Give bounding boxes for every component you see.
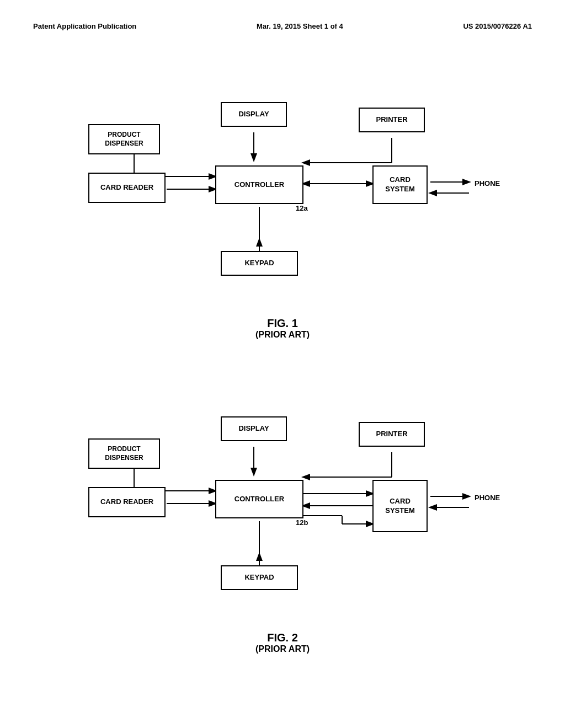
fig2-section: PRODUCT DISPENSER DISPLAY PRINTER CARD R…: [33, 361, 532, 659]
header-right: US 2015/0076226 A1: [463, 22, 532, 30]
fig2-title: FIG. 2: [33, 631, 532, 644]
fig2-subtitle: (PRIOR ART): [33, 644, 532, 654]
fig2-card-reader: CARD READER: [88, 487, 166, 517]
fig1-controller: CONTROLLER: [215, 165, 303, 204]
header-center: Mar. 19, 2015 Sheet 1 of 4: [257, 22, 343, 30]
fig2-phone: PHONE: [475, 494, 500, 502]
fig1-printer: PRINTER: [359, 108, 425, 132]
fig1-product-dispenser: PRODUCT DISPENSER: [88, 124, 160, 154]
fig1-card-reader: CARD READER: [88, 173, 166, 203]
fig2-display: DISPLAY: [221, 416, 287, 441]
fig2-caption: FIG. 2 (PRIOR ART): [33, 631, 532, 654]
page-header: Patent Application Publication Mar. 19, …: [33, 22, 532, 30]
fig2-keypad: KEYPAD: [221, 565, 298, 590]
page: Patent Application Publication Mar. 19, …: [0, 0, 565, 728]
fig1-title: FIG. 1: [33, 317, 532, 330]
fig2-label: 12b: [296, 518, 308, 527]
fig1-phone: PHONE: [475, 179, 500, 188]
fig1-display: DISPLAY: [221, 102, 287, 127]
fig1-diagram: PRODUCT DISPENSER DISPLAY PRINTER CARD R…: [33, 47, 532, 312]
fig1-keypad: KEYPAD: [221, 251, 298, 276]
fig2-printer: PRINTER: [359, 422, 425, 447]
header-left: Patent Application Publication: [33, 22, 136, 30]
fig1-subtitle: (PRIOR ART): [33, 330, 532, 340]
fig1-label: 12a: [296, 204, 308, 212]
fig2-diagram: PRODUCT DISPENSER DISPLAY PRINTER CARD R…: [33, 361, 532, 626]
fig2-card-system: CARD SYSTEM: [372, 480, 428, 532]
fig1-card-system: CARD SYSTEM: [372, 165, 428, 204]
fig2-product-dispenser: PRODUCT DISPENSER: [88, 438, 160, 469]
fig1-section: PRODUCT DISPENSER DISPLAY PRINTER CARD R…: [33, 47, 532, 345]
fig2-controller: CONTROLLER: [215, 480, 303, 518]
fig1-caption: FIG. 1 (PRIOR ART): [33, 317, 532, 340]
